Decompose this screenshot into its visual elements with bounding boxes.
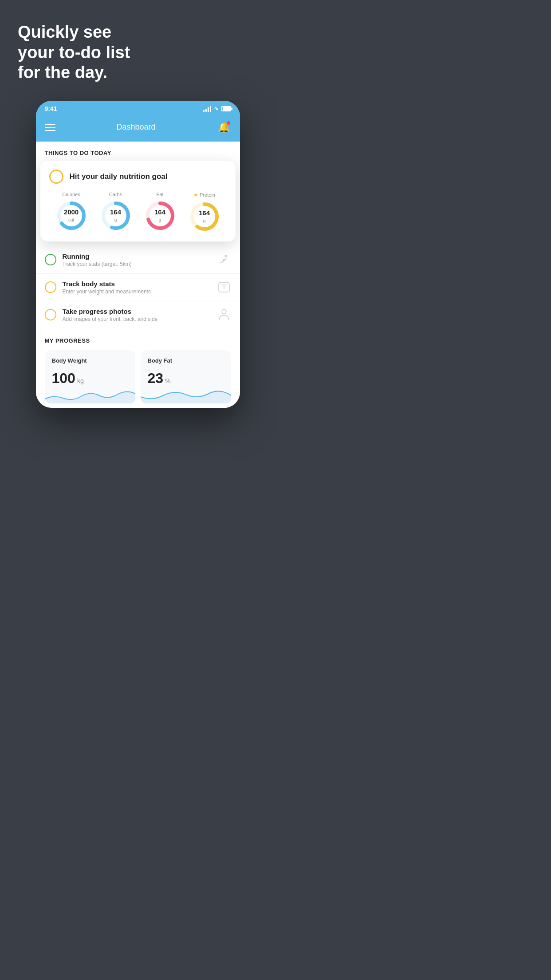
carbs-donut: 164 g — [100, 200, 132, 232]
calories-unit: cal — [68, 217, 74, 222]
body-fat-title: Body Fat — [148, 357, 224, 364]
body-weight-value-row: 100 kg — [52, 370, 128, 387]
carbs-label: Carbs — [109, 192, 122, 197]
body-fat-wave — [141, 386, 231, 403]
nutrition-card-title: Hit your daily nutrition goal — [70, 172, 168, 181]
progress-photos-text: Take progress photos Add images of your … — [63, 308, 211, 322]
running-text: Running Track your stats (target: 5km) — [63, 253, 211, 267]
body-stats-title: Track body stats — [63, 280, 211, 288]
nutrition-item-calories: Calories 2000 cal — [55, 192, 87, 232]
body-stats-checkbox[interactable] — [45, 281, 56, 293]
status-icons: ∿ — [203, 105, 231, 112]
svg-point-9 — [222, 309, 226, 314]
body-weight-wave — [45, 386, 135, 403]
carbs-unit: g — [114, 217, 117, 222]
progress-photos-subtitle: Add images of your front, back, and side — [63, 316, 211, 322]
progress-photos-checkbox[interactable] — [45, 309, 56, 320]
fat-label: Fat — [157, 192, 164, 197]
protein-unit: g — [203, 218, 206, 223]
running-icon — [217, 253, 231, 267]
protein-label: ★ Protein — [193, 192, 215, 198]
progress-header: MY PROGRESS — [45, 337, 231, 344]
calories-donut: 2000 cal — [55, 200, 87, 232]
fat-unit: g — [159, 217, 161, 222]
todo-item-running[interactable]: Running Track your stats (target: 5km) — [36, 246, 240, 273]
body-fat-value: 23 — [148, 370, 164, 387]
calories-label: Calories — [62, 192, 80, 197]
star-icon: ★ — [193, 192, 198, 198]
header-title: Dashboard — [116, 122, 155, 132]
running-checkbox[interactable] — [45, 254, 56, 265]
app-header: Dashboard 🔔 — [36, 115, 240, 142]
body-weight-value: 100 — [52, 370, 75, 387]
nutrition-checkbox[interactable] — [49, 170, 63, 184]
battery-icon — [221, 106, 231, 111]
nutrition-item-protein: ★ Protein 164 g — [189, 192, 220, 233]
scale-icon — [217, 280, 231, 294]
signal-icon — [203, 106, 211, 112]
nutrition-row: Calories 2000 cal Carbs — [49, 192, 227, 233]
nutrition-card: Hit your daily nutrition goal Calories 2… — [40, 161, 236, 241]
notification-dot — [227, 121, 230, 125]
progress-section: MY PROGRESS Body Weight 100 kg — [36, 328, 240, 403]
phone-mockup: 9:41 ∿ Dashboard 🔔 THINGS TO DO TODAY — [36, 101, 240, 408]
nutrition-item-carbs: Carbs 164 g — [100, 192, 132, 232]
fat-donut: 164 g — [144, 200, 176, 232]
body-stats-text: Track body stats Enter your weight and m… — [63, 280, 211, 295]
time-display: 9:41 — [45, 105, 57, 112]
protein-donut: 164 g — [189, 201, 220, 233]
card-title-row: Hit your daily nutrition goal — [49, 170, 227, 184]
body-fat-value-row: 23 % — [148, 370, 224, 387]
status-bar: 9:41 ∿ — [36, 101, 240, 115]
body-fat-card: Body Fat 23 % — [141, 350, 231, 403]
running-title: Running — [63, 253, 211, 260]
body-weight-title: Body Weight — [52, 357, 128, 364]
todo-item-body-stats[interactable]: Track body stats Enter your weight and m… — [36, 273, 240, 301]
notification-button[interactable]: 🔔 — [217, 120, 231, 134]
wifi-icon: ∿ — [214, 105, 219, 112]
todo-item-progress-photos[interactable]: Take progress photos Add images of your … — [36, 301, 240, 328]
progress-photos-title: Take progress photos — [63, 308, 211, 315]
app-headline: Quickly see your to-do list for the day. — [0, 0, 276, 96]
nutrition-item-fat: Fat 164 g — [144, 192, 176, 232]
calories-value: 2000 — [64, 208, 79, 215]
progress-cards: Body Weight 100 kg Body Fat — [45, 350, 231, 403]
things-section-header: THINGS TO DO TODAY — [36, 142, 240, 161]
menu-button[interactable] — [45, 124, 55, 131]
person-icon — [217, 308, 231, 322]
running-subtitle: Track your stats (target: 5km) — [63, 261, 211, 267]
body-fat-unit: % — [165, 377, 170, 384]
body-weight-unit: kg — [77, 377, 84, 384]
protein-value: 164 — [199, 209, 210, 216]
app-content: THINGS TO DO TODAY Hit your daily nutrit… — [36, 142, 240, 408]
carbs-value: 164 — [110, 208, 121, 215]
fat-value: 164 — [154, 208, 165, 215]
body-weight-card: Body Weight 100 kg — [45, 350, 135, 403]
body-stats-subtitle: Enter your weight and measurements — [63, 288, 211, 295]
